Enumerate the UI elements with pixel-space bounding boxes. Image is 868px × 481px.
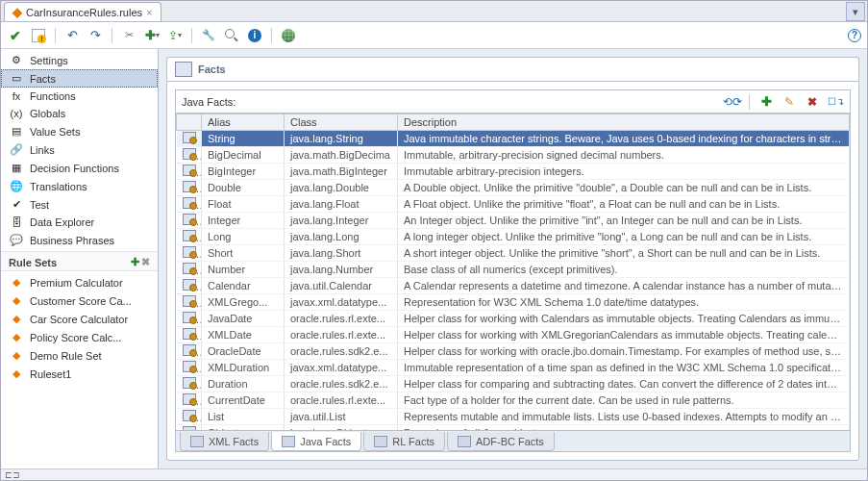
cell-class: java.lang.Number: [285, 262, 398, 278]
sidebar-item-globals[interactable]: (x)Globals: [1, 105, 158, 122]
fact-tab-java-facts[interactable]: Java Facts: [271, 432, 361, 451]
table-row[interactable]: XMLGrego...javax.xml.datatype...Represen…: [177, 294, 850, 311]
table-row[interactable]: XMLDateoracle.rules.rl.exte...Helper cla…: [177, 327, 850, 343]
undo-button[interactable]: ↶: [63, 27, 81, 44]
ruleset-item[interactable]: ◆Policy Score Calc...: [1, 328, 158, 346]
ruleset-item[interactable]: ◆Demo Rule Set: [1, 346, 158, 365]
add-fact-button[interactable]: ✚: [757, 93, 775, 111]
table-row[interactable]: XMLDurationjavax.xml.datatype...Immutabl…: [177, 360, 850, 376]
sidebar-item-facts[interactable]: ▭Facts: [1, 69, 158, 88]
table-row[interactable]: Listjava.util.ListRepresents mutable and…: [177, 409, 850, 425]
plus-icon: ✚: [761, 94, 772, 109]
sidebar-item-test[interactable]: ✔Test: [1, 195, 158, 214]
table-row[interactable]: Numberjava.lang.NumberBase class of all …: [177, 262, 850, 278]
sidebar-item-links[interactable]: 🔗Links: [1, 140, 158, 159]
ruleset-item[interactable]: ◆Premium Calculator: [1, 273, 158, 291]
sidebar-item-translations[interactable]: 🌐Translations: [1, 177, 158, 195]
panel-title: Facts: [198, 63, 226, 75]
cell-description: An Integer object. Unlike the primitive …: [398, 213, 850, 229]
tab-icon: [458, 436, 471, 447]
table-row[interactable]: JavaDateoracle.rules.rl.exte...Helper cl…: [177, 311, 850, 327]
rulesets-header: Rule Sets✚✖: [1, 251, 158, 271]
sidebar-item-value-sets[interactable]: ▤Value Sets: [1, 122, 158, 140]
table-row[interactable]: Longjava.lang.LongA long integer object.…: [177, 229, 850, 245]
cell-class: java.math.BigInteger: [285, 164, 398, 180]
close-tab-icon[interactable]: ×: [146, 7, 152, 18]
caret-down-icon: ▾: [178, 31, 182, 39]
sidebar-icon: ⚙: [9, 54, 24, 66]
ruleset-item[interactable]: ◆Customer Score Ca...: [1, 291, 158, 310]
sidebar-item-business-phrases[interactable]: 💬Business Phrases: [1, 231, 158, 249]
table-row[interactable]: Integerjava.lang.IntegerAn Integer objec…: [177, 213, 850, 229]
facts-grid[interactable]: Alias Class Description Stringjava.lang.…: [176, 114, 850, 430]
cell-class: java.util.Calendar: [285, 278, 398, 294]
table-row[interactable]: Durationoracle.rules.sdk2.e...Helper cla…: [177, 376, 850, 392]
page-warning-icon: [32, 29, 45, 42]
refresh-icon: ⟲⟳: [723, 95, 742, 109]
cell-description: A Float object. Unlike the primitive "fl…: [398, 196, 850, 213]
tab-label: XML Facts: [209, 436, 259, 447]
help-button[interactable]: ?: [848, 29, 861, 42]
sidebar-item-data-explorer[interactable]: 🗄Data Explorer: [1, 214, 158, 231]
sidebar-item-settings[interactable]: ⚙Settings: [1, 51, 158, 69]
col-alias[interactable]: Alias: [202, 114, 285, 131]
validate-button[interactable]: ✔: [7, 27, 24, 44]
col-class[interactable]: Class: [285, 114, 398, 131]
add-dropdown-button[interactable]: ✚▾: [143, 27, 161, 44]
info-button[interactable]: i: [246, 27, 263, 44]
ruleset-item[interactable]: ◆Ruleset1: [1, 365, 158, 383]
redo-icon: ↷: [87, 28, 103, 43]
alias-icon: ☐↴: [828, 96, 844, 107]
table-row[interactable]: Calendarjava.util.CalendarA Calendar rep…: [177, 278, 850, 294]
row-icon-cell: [177, 409, 202, 425]
table-row[interactable]: Stringjava.lang.StringJava immutable cha…: [177, 131, 850, 147]
main-area: Facts Java Facts: ⟲⟳ ✚ ✎ ✖ ☐↴: [159, 49, 867, 468]
table-row[interactable]: Shortjava.lang.ShortA short integer obje…: [177, 245, 850, 262]
warnings-button[interactable]: [30, 27, 47, 44]
tab-list-dropdown[interactable]: ▾: [846, 2, 865, 21]
row-icon-cell: [177, 196, 202, 213]
cut-button[interactable]: ✂: [120, 27, 137, 44]
fact-tab-adf-bc-facts[interactable]: ADF-BC Facts: [447, 432, 555, 451]
col-icon[interactable]: [177, 114, 202, 131]
cell-alias: CurrentDate: [202, 392, 285, 409]
cell-description: Helper class for working with Calendars …: [398, 311, 850, 327]
ruleset-icon: ◆: [9, 349, 24, 362]
alias-view-button[interactable]: ☐↴: [827, 93, 844, 111]
sidebar-item-functions[interactable]: fxFunctions: [1, 88, 158, 105]
redo-button[interactable]: ↷: [87, 27, 104, 44]
table-row[interactable]: Doublejava.lang.DoubleA Double object. U…: [177, 180, 850, 196]
facts-box: Java Facts: ⟲⟳ ✚ ✎ ✖ ☐↴: [175, 89, 851, 452]
rules-file-icon: ◆: [12, 5, 22, 19]
tree-action-dropdown[interactable]: ⇪▾: [166, 27, 184, 44]
table-row[interactable]: CurrentDateoracle.rules.rl.exte...Fact t…: [177, 392, 850, 409]
find-button[interactable]: [223, 27, 240, 44]
col-desc[interactable]: Description: [398, 114, 850, 131]
row-icon-cell: [177, 164, 202, 180]
table-row[interactable]: Floatjava.lang.FloatA Float object. Unli…: [177, 196, 850, 213]
fact-tab-xml-facts[interactable]: XML Facts: [180, 432, 269, 451]
pencil-icon: ✎: [784, 95, 794, 109]
edit-fact-button[interactable]: ✎: [781, 93, 798, 111]
table-row[interactable]: BigDecimaljava.math.BigDecimaImmutable, …: [177, 147, 850, 164]
add-ruleset-button[interactable]: ✚: [131, 256, 139, 268]
sidebar-item-decision-functions[interactable]: ▦Decision Functions: [1, 159, 158, 177]
cell-alias: String: [202, 131, 285, 147]
java-fact-icon: [183, 165, 196, 176]
refresh-facts-button[interactable]: ⟲⟳: [724, 93, 741, 111]
fact-tab-rl-facts[interactable]: RL Facts: [363, 432, 445, 451]
delete-fact-button[interactable]: ✖: [804, 93, 821, 111]
row-icon-cell: [177, 311, 202, 327]
caret-down-icon: ▾: [156, 31, 160, 39]
table-row[interactable]: BigIntegerjava.math.BigIntegerImmutable …: [177, 164, 850, 180]
file-tab[interactable]: ◆ CarInsuranceRules.rules ×: [4, 2, 161, 21]
tree-arrow-icon: ⇪: [168, 29, 178, 42]
cell-alias: Long: [202, 229, 285, 245]
settings-button[interactable]: 🔧: [200, 27, 217, 44]
ruleset-item[interactable]: ◆Car Score Calculator: [1, 310, 158, 328]
globe-button[interactable]: [280, 27, 297, 44]
table-row[interactable]: OracleDateoracle.rules.sdk2.e...Helper c…: [177, 343, 850, 360]
row-icon-cell: [177, 278, 202, 294]
delete-ruleset-button[interactable]: ✖: [141, 256, 150, 268]
facts-toolbar: Java Facts: ⟲⟳ ✚ ✎ ✖ ☐↴: [176, 90, 850, 114]
